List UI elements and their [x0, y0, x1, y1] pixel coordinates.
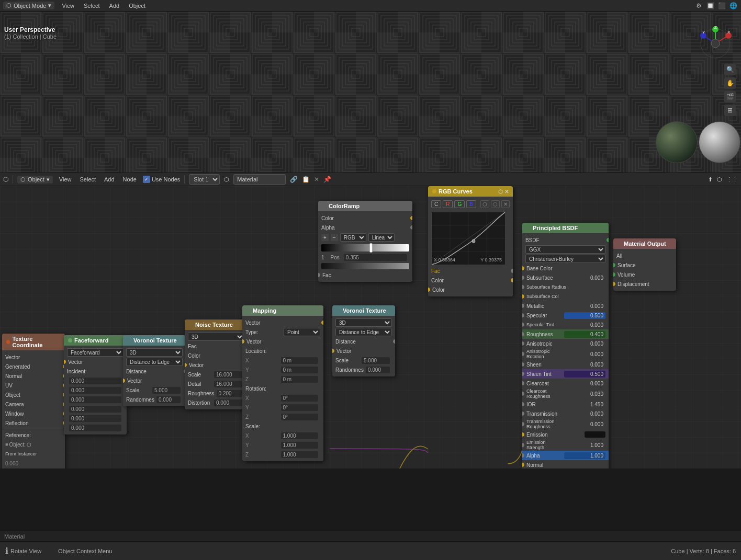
ff-dropdown-row[interactable]: Faceforward	[64, 348, 127, 357]
noise-dim-row[interactable]: 3D	[185, 332, 248, 341]
p-sheen-val[interactable]: 0.000	[564, 361, 606, 368]
material-pin-icon[interactable]: 📌	[323, 176, 331, 183]
object-menu[interactable]: Object	[127, 3, 148, 9]
map-type-select[interactable]: Point	[284, 328, 320, 336]
rgb-curves-node[interactable]: RGB Curves ⬡ ✕ C R G B ⬡ ⬡ ✕	[428, 186, 513, 296]
rgb-close-inner-btn[interactable]: ✕	[501, 200, 510, 208]
add-menu[interactable]: Add	[107, 3, 122, 9]
map-vector-out-socket[interactable]	[321, 321, 323, 325]
p-alpha-val[interactable]: 1.000	[564, 452, 606, 459]
use-nodes-checkbox[interactable]: ✓	[143, 176, 150, 183]
select-menu[interactable]: Select	[82, 3, 102, 9]
p-specular-val[interactable]: 0.500	[564, 312, 606, 319]
map-rot-y-val[interactable]: 0°	[281, 404, 319, 411]
material-link-icon[interactable]: 🔗	[290, 176, 298, 183]
rgb-r-btn[interactable]: R	[443, 200, 453, 208]
v1-feature-row[interactable]: Distance to Edge	[123, 357, 186, 367]
p-base-color-socket[interactable]	[522, 266, 524, 270]
v1-feature-select[interactable]: Distance to Edge	[126, 358, 183, 366]
use-nodes-toggle[interactable]: ✓ Use Nodes	[143, 176, 180, 183]
node-toolbar-right-icon3[interactable]: ⋮⋮	[726, 176, 738, 183]
v1-dim-select[interactable]: 3D	[126, 348, 183, 357]
ff-dropdown[interactable]: Faceforward	[67, 348, 124, 357]
camera-tool[interactable]: 🎬	[724, 91, 736, 102]
p-roughness-socket[interactable]	[522, 332, 524, 336]
v1-dim-row[interactable]: 3D	[123, 348, 186, 357]
colorramp-bar[interactable]	[321, 244, 409, 252]
material-sphere-plain[interactable]	[699, 121, 740, 163]
noise-distortion-val[interactable]: 0.000	[214, 399, 242, 406]
v1-scale-val[interactable]: 5.000	[152, 387, 181, 394]
grid-tool[interactable]: ⊞	[724, 105, 736, 116]
p-subsurface-socket[interactable]	[522, 276, 524, 280]
noise-dim-select[interactable]: 3D	[188, 333, 244, 341]
map-vector-in-socket[interactable]	[242, 339, 244, 344]
mapping-node[interactable]: Mapping Vector Type: Point Vector Locati…	[242, 305, 323, 461]
p-specular-socket[interactable]	[522, 313, 524, 317]
p-trans-roughness-socket[interactable]	[522, 422, 524, 426]
colorramp-handle[interactable]	[369, 243, 373, 253]
p-sheen-tint-val[interactable]: 0.500	[564, 371, 606, 378]
v2-vector-in-socket[interactable]	[332, 349, 334, 353]
node-toolbar-right-icon2[interactable]: ⬡	[717, 176, 722, 183]
map-loc-y-val[interactable]: 0 m	[281, 367, 319, 373]
v2-randomness-val[interactable]: 0.000	[366, 367, 390, 373]
voronoi-node-1[interactable]: Voronoi Texture 3D Distance to Edge Dist…	[123, 335, 186, 406]
v1-vector-in-socket[interactable]	[123, 379, 125, 383]
node-editor-type[interactable]: ⬡	[3, 176, 8, 183]
p-bsdf-out-socket[interactable]	[607, 238, 609, 242]
principled-bsdf-node[interactable]: Principled BSDF BSDF GGX Christensen-Bur…	[522, 223, 609, 468]
p-sheen-tint-socket[interactable]	[522, 372, 524, 376]
node-select-menu[interactable]: Select	[77, 176, 98, 182]
p-christensen-row[interactable]: Christensen-Burley	[522, 254, 609, 264]
hand-tool[interactable]: ✋	[724, 77, 736, 89]
slot-selector[interactable]: Slot 1	[189, 174, 220, 185]
p-aniso-rot-socket[interactable]	[522, 352, 524, 356]
p-transmission-socket[interactable]	[522, 412, 524, 416]
noise-roughness-val[interactable]: 0.200	[217, 390, 242, 397]
rgb-color-out-socket[interactable]	[511, 278, 513, 282]
v2-distance-socket[interactable]	[393, 339, 395, 344]
cr-alpha-out-socket[interactable]	[410, 225, 412, 230]
p-clearcoat-roughness-val[interactable]: 0.030	[564, 391, 606, 397]
p-ggx-row[interactable]: GGX	[522, 245, 609, 254]
p-anisotropic-socket[interactable]	[522, 341, 524, 346]
noise-texture-node[interactable]: Noise Texture 3D Fac Color Vector Scale	[185, 319, 248, 409]
p-emission-strength-socket[interactable]	[522, 443, 524, 447]
map-rot-x-val[interactable]: 0°	[281, 395, 319, 402]
v2-dim-row[interactable]: 3D	[332, 318, 395, 327]
rgb-color-in-socket[interactable]	[428, 288, 430, 292]
v2-feature-row[interactable]: Distance to Edge	[332, 327, 395, 337]
cr-remove-btn[interactable]: −	[331, 234, 338, 241]
cr-interp-select[interactable]: Linear	[368, 233, 395, 242]
cr-add-btn[interactable]: +	[321, 234, 329, 241]
noise-vector-socket[interactable]	[185, 363, 187, 367]
rgb-fac-socket[interactable]	[511, 269, 513, 273]
noise-detail-val[interactable]: 16.000	[214, 381, 242, 387]
out-volume-socket[interactable]	[613, 272, 615, 277]
v2-dim-select[interactable]: 3D	[335, 318, 392, 327]
voronoi-node-2[interactable]: Voronoi Texture 3D Distance to Edge Dist…	[332, 305, 395, 376]
faceforward-node[interactable]: Faceforward Faceforward Vector Incident:…	[64, 335, 127, 435]
header-icon3[interactable]: ⬛	[717, 1, 726, 10]
node-view-menu[interactable]: View	[57, 176, 74, 182]
viewport[interactable]: User Perspective (1) Collection | Cube 🔍…	[0, 12, 741, 173]
node-object-selector[interactable]: ⬡ Object ▾	[17, 176, 53, 184]
material-new-icon[interactable]: 📋	[302, 176, 310, 183]
material-delete-icon[interactable]: ✕	[314, 176, 319, 183]
node-editor-area[interactable]: Texture Coordinate Vector Generated Norm…	[0, 186, 741, 468]
rgb-c-btn[interactable]: C	[431, 200, 441, 208]
cr-fac-in-socket[interactable]	[318, 273, 320, 277]
map-rot-z-val[interactable]: 0°	[281, 414, 319, 420]
rgb-b-btn[interactable]: B	[466, 200, 476, 208]
p-ggx-select[interactable]: GGX	[525, 245, 605, 254]
p-alpha-socket[interactable]	[522, 453, 524, 458]
view-menu[interactable]: View	[60, 3, 76, 9]
header-icon4[interactable]: 🌐	[728, 1, 738, 10]
material-name-input[interactable]	[233, 174, 286, 185]
node-add-menu[interactable]: Add	[102, 176, 117, 182]
p-specular-tint-socket[interactable]	[522, 323, 524, 327]
rgb-curves-expand-btn[interactable]: ⬡	[498, 189, 503, 195]
cr-pos-val[interactable]: 0.355	[344, 254, 407, 261]
v1-randomness-val[interactable]: 0.000	[156, 396, 181, 403]
